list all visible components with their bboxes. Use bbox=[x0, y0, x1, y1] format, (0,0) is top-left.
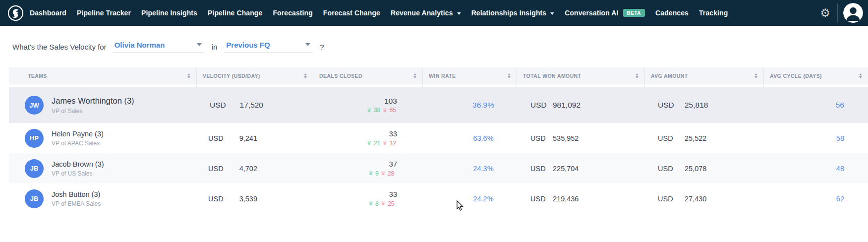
avg-cycle-link[interactable]: 58 bbox=[836, 134, 844, 142]
nav-item-forecast-change[interactable]: Forecast Change bbox=[323, 9, 380, 17]
caret-down-icon bbox=[305, 43, 310, 46]
column-header-win-rate[interactable]: WIN RATE bbox=[422, 67, 517, 87]
avg-cycle-link[interactable]: 62 bbox=[836, 195, 844, 203]
total-won-cell: USD535,952 bbox=[517, 123, 644, 153]
teams-cell: HP Helen Payne (3) VP of APAC Sales bbox=[9, 123, 196, 153]
period-dropdown[interactable]: Previous FQ bbox=[225, 41, 313, 53]
column-label: TEAMS bbox=[28, 73, 47, 79]
avg-amount-cell: USD25,078 bbox=[644, 153, 763, 183]
total-won-value: 219,436 bbox=[553, 195, 579, 203]
query-connector: in bbox=[212, 43, 218, 51]
beta-badge: BETA bbox=[623, 9, 645, 17]
table-row-jacob-brown[interactable]: JB Jacob Brown (3) VP of US Sales USD4,7… bbox=[9, 153, 868, 183]
total-won-cell: USD219,436 bbox=[517, 183, 644, 214]
currency-label: USD bbox=[530, 165, 546, 173]
column-label: AVG AMOUNT bbox=[651, 73, 688, 79]
currency-label: USD bbox=[658, 195, 673, 203]
deals-lost-count: 28 bbox=[388, 170, 395, 177]
nav-item-relationships-insights[interactable]: Relationships Insights bbox=[471, 9, 555, 17]
mouse-cursor bbox=[457, 200, 465, 211]
lost-crown-icon: ♛ bbox=[381, 201, 386, 206]
avg-cycle-cell: 48 bbox=[763, 153, 868, 183]
column-header-teams[interactable]: TEAMS bbox=[9, 67, 196, 87]
table-row-james-worthington[interactable]: JW James Worthington (3) VP of Sales USD… bbox=[9, 87, 868, 123]
deals-won-count: 38 bbox=[374, 107, 381, 114]
column-header-avg-amount[interactable]: AVG AMOUNT bbox=[644, 67, 763, 87]
column-header-avg-cycle[interactable]: AVG CYCLE (DAYS) bbox=[763, 67, 868, 87]
table-row-helen-payne[interactable]: HP Helen Payne (3) VP of APAC Sales USD9… bbox=[9, 123, 868, 153]
won-crown-icon: ♛ bbox=[367, 140, 372, 146]
nav-item-tracking[interactable]: Tracking bbox=[699, 9, 728, 17]
nav-item-forecasting[interactable]: Forecasting bbox=[273, 9, 312, 17]
velocity-value: 3,539 bbox=[196, 195, 257, 203]
nav-item-conversation-ai[interactable]: Conversation AIBETA bbox=[565, 9, 645, 17]
avg-amount-cell: USD25,522 bbox=[644, 123, 763, 153]
column-header-velocity[interactable]: VELOCITY (USD/DAY) bbox=[196, 67, 313, 87]
avg-amount-value: 25,078 bbox=[685, 165, 706, 173]
velocity-cell: USD4,702 bbox=[196, 153, 313, 183]
query-suffix: ? bbox=[320, 43, 324, 51]
currency-label: USD bbox=[658, 101, 674, 110]
column-label: AVG CYCLE (DAYS) bbox=[770, 73, 822, 79]
person-dropdown[interactable]: Olivia Norman bbox=[113, 41, 204, 53]
sort-icon bbox=[754, 73, 757, 78]
nav-label: Cadences bbox=[655, 9, 689, 17]
column-label: TOTAL WON AMOUNT bbox=[523, 73, 581, 79]
chevron-down-icon bbox=[457, 12, 461, 15]
nav-item-cadences[interactable]: Cadences bbox=[655, 9, 689, 17]
deals-closed-cell: 103 ♛38 ♛65 bbox=[313, 87, 422, 123]
nav-menu: Dashboard Pipeline Tracker Pipeline Insi… bbox=[30, 9, 728, 17]
avg-cycle-link[interactable]: 56 bbox=[836, 101, 844, 110]
nav-item-revenue-analytics[interactable]: Revenue Analytics bbox=[391, 9, 461, 17]
total-won-value: 535,952 bbox=[553, 134, 579, 142]
nav-item-pipeline-tracker[interactable]: Pipeline Tracker bbox=[77, 9, 131, 17]
team-member-name: Helen Payne (3) bbox=[52, 130, 104, 138]
table-header: TEAMS VELOCITY (USD/DAY) DEALS CLOSED WI… bbox=[9, 67, 868, 87]
nav-item-pipeline-change[interactable]: Pipeline Change bbox=[208, 9, 262, 17]
avg-cycle-cell: 58 bbox=[763, 123, 868, 153]
team-member-role: VP of EMEA Sales bbox=[52, 200, 101, 207]
table-row-josh-button[interactable]: JB Josh Button (3) VP of EMEA Sales USD3… bbox=[9, 183, 868, 214]
nav-item-pipeline-insights[interactable]: Pipeline Insights bbox=[141, 9, 197, 17]
nav-item-dashboard[interactable]: Dashboard bbox=[30, 9, 66, 17]
nav-label: Dashboard bbox=[30, 9, 66, 17]
avg-amount-value: 25,522 bbox=[685, 134, 706, 142]
total-won-value: 225,704 bbox=[553, 165, 579, 173]
currency-label: USD bbox=[530, 101, 547, 110]
app-logo-bird-icon[interactable] bbox=[7, 5, 24, 21]
win-rate-link[interactable]: 24.2% bbox=[473, 195, 493, 203]
win-rate-link[interactable]: 24.3% bbox=[473, 165, 493, 173]
win-rate-link[interactable]: 63.6% bbox=[473, 134, 493, 142]
lost-crown-icon: ♛ bbox=[383, 108, 388, 113]
deals-closed-cell: 37 ♛9 ♛28 bbox=[313, 153, 422, 183]
nav-divider bbox=[837, 3, 838, 22]
nav-label: Pipeline Insights bbox=[141, 9, 197, 17]
teams-cell: JW James Worthington (3) VP of Sales bbox=[9, 87, 196, 123]
settings-gear-icon[interactable]: ⚙ bbox=[820, 7, 830, 19]
velocity-cell: USD9,241 bbox=[196, 123, 313, 153]
avg-amount-cell: USD25,818 bbox=[644, 87, 763, 123]
lost-crown-icon: ♛ bbox=[383, 140, 388, 146]
column-label: WIN RATE bbox=[429, 73, 456, 79]
avatar: JB bbox=[25, 189, 44, 208]
nav-label: Forecasting bbox=[273, 9, 312, 17]
avg-cycle-link[interactable]: 48 bbox=[836, 165, 844, 173]
avatar: JW bbox=[25, 96, 44, 115]
sort-icon bbox=[413, 73, 416, 78]
nav-label: Pipeline Change bbox=[208, 9, 262, 17]
teams-cell: JB Josh Button (3) VP of EMEA Sales bbox=[9, 183, 196, 214]
deals-won-count: 21 bbox=[374, 140, 381, 147]
column-header-deals-closed[interactable]: DEALS CLOSED bbox=[313, 67, 422, 87]
win-rate-link[interactable]: 36.9% bbox=[472, 101, 494, 110]
deals-lost-count: 25 bbox=[388, 200, 395, 207]
currency-label: USD bbox=[658, 134, 673, 142]
chevron-down-icon bbox=[550, 12, 554, 15]
deals-closed-cell: 33 ♛21 ♛12 bbox=[313, 123, 422, 153]
column-header-total-won[interactable]: TOTAL WON AMOUNT bbox=[517, 67, 644, 87]
win-rate-cell: 24.3% bbox=[422, 153, 517, 183]
avatar: JB bbox=[25, 159, 44, 178]
caret-down-icon bbox=[197, 43, 202, 46]
query-prefix: What's the Sales Velocity for bbox=[12, 43, 107, 51]
avg-amount-value: 25,818 bbox=[685, 101, 708, 110]
user-avatar-icon[interactable] bbox=[843, 3, 863, 23]
